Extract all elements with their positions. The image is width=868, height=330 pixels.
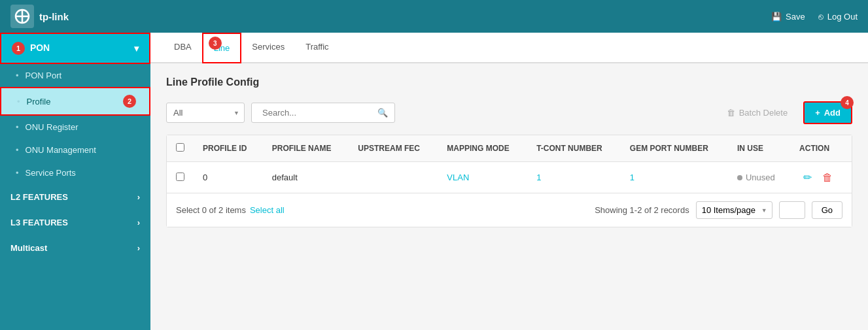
cell-t-cont-number: 1	[527, 162, 621, 193]
pon-badge: 1	[12, 42, 25, 55]
chevron-right-icon: ›	[137, 218, 140, 227]
navbar-actions: 💾 Save ⎋ Log Out	[771, 12, 858, 22]
status-badge: Unused	[737, 173, 775, 182]
batch-delete-button[interactable]: 🗑 Batch Delete	[718, 103, 797, 122]
row-checkbox[interactable]	[176, 173, 184, 181]
col-header-profile-name: PROFILE NAME	[263, 135, 349, 162]
pon-dropdown[interactable]: 1 PON ▾	[0, 33, 150, 64]
select-all-checkbox[interactable]	[176, 143, 184, 152]
toolbar-right: 🗑 Batch Delete 4 + Add	[718, 101, 852, 124]
table-header-row: PROFILE ID PROFILE NAME UPSTREAM FEC MAP…	[167, 135, 852, 162]
table-row: 0 default VLAN 1 1	[167, 162, 852, 193]
trash-icon: 🗑	[727, 108, 735, 118]
showing-records: Showing 1-2 of 2 records	[595, 205, 689, 215]
toolbar: All 🔍 🗑 Batch Delete 4 +	[166, 101, 852, 124]
data-table-wrapper: PROFILE ID PROFILE NAME UPSTREAM FEC MAP…	[166, 135, 852, 227]
select-all-link[interactable]: Select all	[250, 205, 285, 215]
line-tab-badge: 3	[209, 37, 222, 50]
col-header-gem-port-number: GEM PORT NUMBER	[621, 135, 728, 162]
cell-in-use: Unused	[728, 162, 790, 193]
col-header-profile-id: PROFILE ID	[194, 135, 263, 162]
dot-icon: •	[16, 168, 19, 178]
cell-upstream-fec	[349, 162, 438, 193]
brand-logo: tp-link	[10, 5, 69, 28]
tp-link-icon	[10, 5, 34, 28]
per-page-select[interactable]: 10 Items/page	[696, 201, 773, 219]
profile-badge: 2	[123, 95, 136, 108]
cell-gem-port-number: 1	[621, 162, 728, 193]
navbar: tp-link 💾 Save ⎋ Log Out	[0, 0, 868, 33]
sidebar-section-multicast[interactable]: Multicast ›	[0, 235, 150, 261]
sidebar-item-profile[interactable]: • Profile 2	[0, 87, 150, 116]
logout-icon: ⎋	[818, 12, 824, 22]
col-header-action: ACTION	[790, 135, 852, 162]
sidebar-section-l3-features[interactable]: L3 FEATURES ›	[0, 210, 150, 235]
tab-services[interactable]: Services	[241, 33, 295, 63]
cell-profile-id: 0	[194, 162, 263, 193]
logout-button[interactable]: ⎋ Log Out	[818, 12, 858, 22]
layout: 1 PON ▾ • PON Port • Profile 2 • ONU Reg…	[0, 33, 868, 330]
chevron-right-icon: ›	[137, 243, 140, 253]
plus-icon: +	[815, 108, 820, 118]
dot-icon: •	[16, 122, 19, 132]
data-table: PROFILE ID PROFILE NAME UPSTREAM FEC MAP…	[167, 135, 852, 193]
pon-label: 1 PON	[12, 42, 50, 55]
save-button[interactable]: 💾 Save	[771, 12, 805, 22]
col-header-mapping-mode: MAPPING MODE	[438, 135, 527, 162]
filter-select[interactable]: All	[166, 103, 245, 123]
tab-line[interactable]: 3 Line	[202, 33, 242, 63]
search-box: 🔍	[251, 103, 395, 123]
cell-action: ✏ 🗑	[790, 162, 852, 193]
add-btn-badge: 4	[841, 96, 854, 109]
mapping-mode-value: VLAN	[447, 173, 469, 182]
tab-bar: DBA 3 Line Services Traffic	[150, 33, 868, 63]
edit-button[interactable]: ✏	[799, 170, 816, 185]
delete-button[interactable]: 🗑	[818, 171, 837, 185]
add-button[interactable]: 4 + Add	[803, 101, 852, 124]
footer-left: Select 0 of 2 items Select all	[176, 205, 285, 215]
toolbar-left: All 🔍	[166, 103, 395, 123]
sidebar-section-l2-features[interactable]: L2 FEATURES ›	[0, 184, 150, 210]
search-icon: 🔍	[377, 108, 388, 118]
tab-dba[interactable]: DBA	[164, 33, 202, 63]
col-header-in-use: IN USE	[728, 135, 790, 162]
t-cont-link[interactable]: 1	[536, 173, 541, 182]
dot-icon: •	[17, 97, 20, 107]
cell-mapping-mode: VLAN	[438, 162, 527, 193]
search-input[interactable]	[258, 103, 377, 122]
tab-traffic[interactable]: Traffic	[295, 33, 339, 63]
table-footer: Select 0 of 2 items Select all Showing 1…	[167, 193, 852, 227]
gem-port-link[interactable]: 1	[630, 173, 634, 182]
page-number-input[interactable]	[779, 201, 805, 219]
dot-icon: •	[16, 71, 19, 80]
cell-profile-name: default	[263, 162, 349, 193]
sidebar-item-pon-port[interactable]: • PON Port	[0, 64, 150, 87]
save-icon: 💾	[771, 12, 782, 22]
chevron-down-icon: ▾	[134, 43, 139, 54]
sidebar: 1 PON ▾ • PON Port • Profile 2 • ONU Reg…	[0, 33, 150, 330]
sidebar-item-onu-management[interactable]: • ONU Management	[0, 139, 150, 161]
go-button[interactable]: Go	[812, 201, 842, 219]
per-page-wrapper: 10 Items/page	[696, 201, 773, 219]
filter-wrapper: All	[166, 103, 245, 123]
sidebar-item-onu-register[interactable]: • ONU Register	[0, 116, 150, 139]
status-label: Unused	[746, 173, 775, 182]
brand-name: tp-link	[39, 11, 69, 22]
footer-right: Showing 1-2 of 2 records 10 Items/page G…	[595, 201, 842, 219]
main-content: DBA 3 Line Services Traffic Line Profile…	[150, 33, 868, 330]
sidebar-item-service-ports[interactable]: • Service Ports	[0, 161, 150, 184]
select-count: Select 0 of 2 items	[176, 205, 246, 215]
status-dot-icon	[737, 175, 742, 180]
chevron-right-icon: ›	[137, 192, 140, 202]
col-header-upstream-fec: UPSTREAM FEC	[349, 135, 438, 162]
col-header-t-cont-number: T-CONT NUMBER	[527, 135, 621, 162]
page-title: Line Profile Config	[166, 76, 852, 88]
dot-icon: •	[16, 145, 19, 155]
content-area: Line Profile Config All 🔍	[150, 63, 868, 240]
